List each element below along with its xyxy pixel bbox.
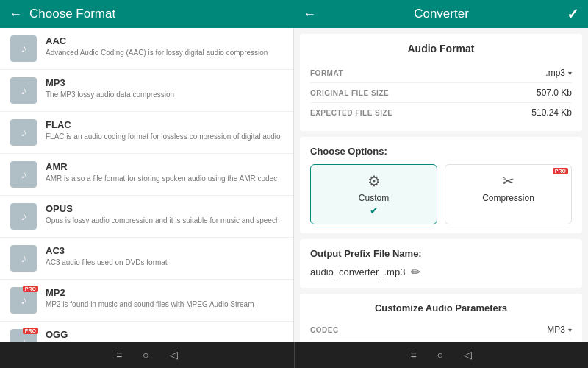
converter-panel: Audio Format FORMAT .mp3 ▾ ORIGINAL FILE… xyxy=(294,28,588,342)
custom-option-label: Custom xyxy=(359,193,389,203)
back-triangle-icon-left[interactable]: ◁ xyxy=(170,349,178,361)
choose-options-section: Choose Options: ⚙ Custom ✔ PRO ✂ Compres… xyxy=(300,137,582,233)
audio-format-title: Audio Format xyxy=(310,43,572,54)
choose-format-title: Choose Format xyxy=(29,7,115,21)
music-note-icon: ♪ xyxy=(21,294,26,307)
back-triangle-icon-right[interactable]: ◁ xyxy=(464,349,472,361)
customize-title: Customize Audio Parameters xyxy=(310,302,572,314)
choose-format-header: ← Choose Format xyxy=(0,0,294,28)
music-note-icon: ♪ xyxy=(21,42,26,55)
format-icon-ac3: ♪ xyxy=(10,245,37,272)
original-size-label: ORIGINAL FILE SIZE xyxy=(310,89,389,97)
output-filename: audio_converter_.mp3 xyxy=(310,266,405,277)
format-info-flac: FLAC FLAC is an audio coding format for … xyxy=(46,119,283,141)
custom-check-icon: ✔ xyxy=(370,205,379,216)
format-item-flac[interactable]: ♪ FLAC FLAC is an audio coding format fo… xyxy=(0,112,293,154)
format-name-aac: AAC xyxy=(46,35,283,46)
format-name-ogg: OGG xyxy=(46,329,283,340)
music-note-icon: ♪ xyxy=(21,84,26,97)
original-size-row: ORIGINAL FILE SIZE 507.0 Kb xyxy=(310,83,572,103)
output-prefix-title: Output Prefix File Name: xyxy=(310,248,572,259)
compress-icon: ✂ xyxy=(502,172,514,190)
format-icon-mp3: ♪ xyxy=(10,77,37,104)
output-prefix-section: Output Prefix File Name: audio_converter… xyxy=(300,239,582,288)
expected-size-value: 510.24 Kb xyxy=(531,107,572,118)
original-size-value: 507.0 Kb xyxy=(537,88,572,98)
format-info-ogg: OGG OGG refers to ogg-vorbis, a lossy au… xyxy=(46,329,283,342)
menu-icon-right[interactable]: ≡ xyxy=(410,349,416,361)
format-info-aac: AAC Advanced Audio Coding (AAC) is for l… xyxy=(46,35,283,57)
back-button-right[interactable]: ← xyxy=(303,7,316,22)
output-name-row: audio_converter_.mp3 ✏ xyxy=(310,265,572,279)
format-item-opus[interactable]: ♪ OPUS Opus is lossy audio compression a… xyxy=(0,196,293,238)
format-name-flac: FLAC xyxy=(46,119,283,130)
compression-option-label: Compression xyxy=(482,193,534,203)
format-item-ac3[interactable]: ♪ AC3 AC3 audio files used on DVDs forma… xyxy=(0,238,293,280)
format-dropdown-arrow[interactable]: ▾ xyxy=(568,69,572,77)
format-desc-mp2: MP2 is found in music and sound files wi… xyxy=(46,300,283,309)
choose-options-title: Choose Options: xyxy=(310,146,572,157)
bottom-nav-right: ≡ ○ ◁ xyxy=(295,342,589,368)
format-icon-mp2: PRO ♪ xyxy=(10,287,37,314)
pro-badge: PRO xyxy=(23,286,38,292)
format-icon-ogg: PRO ♪ xyxy=(10,329,37,342)
bottom-navigation: ≡ ○ ◁ ≡ ○ ◁ xyxy=(0,342,588,368)
format-icon-flac: ♪ xyxy=(10,119,37,146)
pro-badge: PRO xyxy=(23,328,38,334)
converter-header: ← Converter ✓ xyxy=(294,0,588,28)
audio-format-card: Audio Format FORMAT .mp3 ▾ ORIGINAL FILE… xyxy=(300,34,582,131)
format-info-mp3: MP3 The MP3 lossy audio data compression xyxy=(46,77,283,99)
format-desc-ac3: AC3 audio files used on DVDs format xyxy=(46,258,283,267)
format-desc-opus: Opus is lossy audio compression and it i… xyxy=(46,216,283,225)
compression-option-button[interactable]: PRO ✂ Compression xyxy=(445,164,572,224)
music-note-icon: ♪ xyxy=(21,210,26,223)
home-circle-icon-left[interactable]: ○ xyxy=(143,349,148,361)
customize-section: Customize Audio Parameters CODEC MP3 ▾ F… xyxy=(300,294,582,342)
format-info-mp2: MP2 MP2 is found in music and sound file… xyxy=(46,287,283,309)
pro-badge-compression: PRO xyxy=(553,168,568,174)
bottom-nav-left: ≡ ○ ◁ xyxy=(0,342,294,368)
format-value[interactable]: .mp3 ▾ xyxy=(545,68,572,78)
options-grid: ⚙ Custom ✔ PRO ✂ Compression xyxy=(310,164,572,224)
format-item-aac[interactable]: ♪ AAC Advanced Audio Coding (AAC) is for… xyxy=(0,28,293,70)
format-name-amr: AMR xyxy=(46,161,283,172)
music-note-icon: ♪ xyxy=(21,336,26,342)
format-desc-aac: Advanced Audio Coding (AAC) is for lossy… xyxy=(46,48,283,57)
format-icon-opus: ♪ xyxy=(10,203,37,230)
confirm-button[interactable]: ✓ xyxy=(567,5,579,23)
back-button-left[interactable]: ← xyxy=(9,7,22,22)
codec-row: CODEC MP3 ▾ xyxy=(310,321,572,339)
format-item-mp2[interactable]: PRO ♪ MP2 MP2 is found in music and soun… xyxy=(0,280,293,322)
format-desc-amr: AMR is also a file format for storing sp… xyxy=(46,174,283,183)
format-info-amr: AMR AMR is also a file format for storin… xyxy=(46,161,283,183)
expected-size-label: EXPECTED FILE SIZE xyxy=(310,109,392,117)
format-row: FORMAT .mp3 ▾ xyxy=(310,63,572,83)
format-item-ogg[interactable]: PRO ♪ OGG OGG refers to ogg-vorbis, a lo… xyxy=(0,322,293,342)
codec-dropdown-arrow[interactable]: ▾ xyxy=(568,326,572,334)
music-note-icon: ♪ xyxy=(21,126,26,139)
music-note-icon: ♪ xyxy=(21,168,26,181)
format-icon-amr: ♪ xyxy=(10,161,37,188)
format-item-amr[interactable]: ♪ AMR AMR is also a file format for stor… xyxy=(0,154,293,196)
format-info-opus: OPUS Opus is lossy audio compression and… xyxy=(46,203,283,225)
format-icon-aac: ♪ xyxy=(10,35,37,62)
custom-option-button[interactable]: ⚙ Custom ✔ xyxy=(310,164,437,224)
format-name-mp2: MP2 xyxy=(46,287,283,298)
format-desc-flac: FLAC is an audio coding format for lossl… xyxy=(46,132,283,141)
format-name-ac3: AC3 xyxy=(46,245,283,256)
converter-title: Converter xyxy=(414,7,469,21)
edit-icon[interactable]: ✏ xyxy=(411,265,420,279)
menu-icon-left[interactable]: ≡ xyxy=(116,349,122,361)
format-name-opus: OPUS xyxy=(46,203,283,214)
expected-size-row: EXPECTED FILE SIZE 510.24 Kb xyxy=(310,103,572,122)
gear-icon: ⚙ xyxy=(368,172,381,190)
format-list: ♪ AAC Advanced Audio Coding (AAC) is for… xyxy=(0,28,294,342)
codec-label: CODEC xyxy=(310,326,339,334)
music-note-icon: ♪ xyxy=(21,252,26,265)
codec-value[interactable]: MP3 ▾ xyxy=(547,325,572,335)
format-desc-mp3: The MP3 lossy audio data compression xyxy=(46,90,283,99)
format-info-ac3: AC3 AC3 audio files used on DVDs format xyxy=(46,245,283,267)
format-item-mp3[interactable]: ♪ MP3 The MP3 lossy audio data compressi… xyxy=(0,70,293,112)
format-name-mp3: MP3 xyxy=(46,77,283,88)
home-circle-icon-right[interactable]: ○ xyxy=(437,349,443,361)
